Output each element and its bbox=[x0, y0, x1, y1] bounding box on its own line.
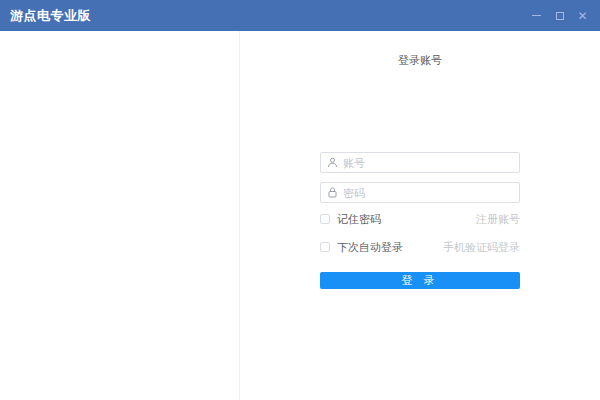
user-icon bbox=[327, 157, 338, 168]
autologin-row: 下次自动登录 手机验证码登录 bbox=[320, 240, 520, 254]
maximize-button[interactable] bbox=[548, 0, 571, 31]
password-input[interactable] bbox=[343, 187, 513, 199]
remember-label[interactable]: 记住密码 bbox=[337, 212, 381, 227]
sms-login-link[interactable]: 手机验证码登录 bbox=[443, 240, 520, 255]
close-icon: ✕ bbox=[577, 10, 587, 22]
login-form: 登录账号 bbox=[320, 54, 520, 289]
register-link[interactable]: 注册账号 bbox=[476, 212, 520, 227]
lock-icon bbox=[327, 187, 338, 198]
remember-row: 记住密码 注册账号 bbox=[320, 212, 520, 226]
app-window: 游点电专业版 ✕ 登录账号 bbox=[0, 0, 600, 400]
titlebar: 游点电专业版 ✕ bbox=[0, 0, 600, 31]
minimize-icon bbox=[532, 15, 541, 16]
account-input[interactable] bbox=[343, 157, 513, 169]
account-field-container bbox=[320, 152, 520, 173]
window-title: 游点电专业版 bbox=[10, 7, 91, 25]
autologin-checkbox[interactable] bbox=[320, 242, 330, 252]
left-panel bbox=[0, 31, 240, 400]
password-field-container bbox=[320, 182, 520, 203]
minimize-button[interactable] bbox=[525, 0, 548, 31]
close-button[interactable]: ✕ bbox=[571, 0, 594, 31]
main-content: 登录账号 bbox=[0, 31, 600, 400]
maximize-icon bbox=[556, 12, 564, 20]
remember-checkbox[interactable] bbox=[320, 214, 330, 224]
login-panel: 登录账号 bbox=[240, 31, 600, 400]
autologin-label[interactable]: 下次自动登录 bbox=[337, 240, 403, 255]
login-heading: 登录账号 bbox=[320, 54, 520, 66]
login-button[interactable]: 登 录 bbox=[320, 272, 520, 289]
window-controls: ✕ bbox=[525, 0, 600, 31]
